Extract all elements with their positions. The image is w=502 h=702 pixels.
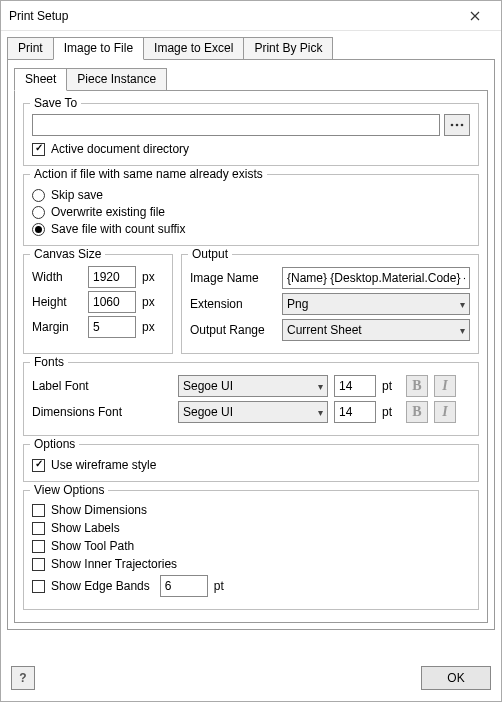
tab-print[interactable]: Print	[7, 37, 54, 60]
tabs-outer: Print Image to File Image to Excel Print…	[7, 37, 495, 59]
chevron-down-icon: ▾	[460, 325, 465, 336]
checkbox-icon	[32, 540, 45, 553]
margin-unit: px	[142, 320, 155, 334]
browse-button[interactable]	[444, 114, 470, 136]
width-input[interactable]	[88, 266, 136, 288]
label-font-value: Segoe UI	[183, 379, 233, 393]
legend-fonts: Fonts	[30, 355, 68, 369]
help-icon: ?	[19, 671, 26, 685]
wireframe-label: Use wireframe style	[51, 458, 156, 472]
show-edge-bands-checkbox[interactable]: Show Edge Bands pt	[32, 575, 470, 597]
legend-view: View Options	[30, 483, 108, 497]
tabpanel-inner: Save To Active document directory Actio	[14, 90, 488, 623]
dim-font-size[interactable]	[334, 401, 376, 423]
dim-font-combo[interactable]: Segoe UI ▾	[178, 401, 328, 423]
radio-skip-save[interactable]: Skip save	[32, 188, 470, 202]
save-path-input[interactable]	[32, 114, 440, 136]
height-input[interactable]	[88, 291, 136, 313]
checkbox-icon	[32, 580, 45, 593]
checkbox-icon	[32, 143, 45, 156]
group-output: Output Image Name Extension Png ▾	[181, 254, 479, 354]
width-unit: px	[142, 270, 155, 284]
print-setup-window: Print Setup Print Image to File Image to…	[0, 0, 502, 702]
height-unit: px	[142, 295, 155, 309]
ellipsis-icon	[449, 119, 465, 131]
label-bold-button[interactable]: B	[406, 375, 428, 397]
dim-font-unit: pt	[382, 405, 400, 419]
wireframe-checkbox[interactable]: Use wireframe style	[32, 458, 470, 472]
image-name-label: Image Name	[190, 271, 276, 285]
chevron-down-icon: ▾	[460, 299, 465, 310]
output-range-label: Output Range	[190, 323, 276, 337]
tab-image-to-file[interactable]: Image to File	[53, 37, 144, 60]
dim-bold-button[interactable]: B	[406, 401, 428, 423]
close-button[interactable]	[455, 2, 495, 30]
margin-input[interactable]	[88, 316, 136, 338]
radio-overwrite[interactable]: Overwrite existing file	[32, 205, 470, 219]
margin-label: Margin	[32, 320, 82, 334]
titlebar: Print Setup	[1, 1, 501, 31]
svg-point-0	[451, 124, 454, 127]
svg-point-2	[461, 124, 464, 127]
active-directory-checkbox[interactable]: Active document directory	[32, 142, 470, 156]
checkbox-icon	[32, 504, 45, 517]
output-range-combo[interactable]: Current Sheet ▾	[282, 319, 470, 341]
group-view-options: View Options Show Dimensions Show Labels…	[23, 490, 479, 610]
show-labels-checkbox[interactable]: Show Labels	[32, 521, 470, 535]
group-fonts: Fonts Label Font Segoe UI ▾ pt B I Dimen	[23, 362, 479, 436]
radio-icon	[32, 223, 45, 236]
legend-output: Output	[188, 247, 232, 261]
image-name-input[interactable]	[282, 267, 470, 289]
show-toolpath-checkbox[interactable]: Show Tool Path	[32, 539, 470, 553]
close-icon	[470, 11, 480, 21]
extension-combo[interactable]: Png ▾	[282, 293, 470, 315]
checkbox-icon	[32, 459, 45, 472]
label-font-size[interactable]	[334, 375, 376, 397]
chevron-down-icon: ▾	[318, 381, 323, 392]
radio-count-label: Save file with count suffix	[51, 222, 186, 236]
group-canvas-size: Canvas Size Width px Height px Marg	[23, 254, 173, 354]
svg-point-1	[456, 124, 459, 127]
show-inner-traj-label: Show Inner Trajectories	[51, 557, 177, 571]
ok-label: OK	[447, 671, 464, 685]
show-dimensions-checkbox[interactable]: Show Dimensions	[32, 503, 470, 517]
active-directory-label: Active document directory	[51, 142, 189, 156]
tab-piece-instance[interactable]: Piece Instance	[66, 68, 167, 91]
show-toolpath-label: Show Tool Path	[51, 539, 134, 553]
width-label: Width	[32, 270, 82, 284]
ok-button[interactable]: OK	[421, 666, 491, 690]
height-label: Height	[32, 295, 82, 309]
legend-save-to: Save To	[30, 96, 81, 110]
label-font-combo[interactable]: Segoe UI ▾	[178, 375, 328, 397]
dim-font-value: Segoe UI	[183, 405, 233, 419]
footer: ? OK	[1, 661, 501, 701]
extension-label: Extension	[190, 297, 276, 311]
tab-sheet[interactable]: Sheet	[14, 68, 67, 91]
extension-value: Png	[287, 297, 308, 311]
chevron-down-icon: ▾	[318, 407, 323, 418]
label-font-label: Label Font	[32, 379, 172, 393]
tabs-inner: Sheet Piece Instance	[14, 68, 488, 90]
label-italic-button[interactable]: I	[434, 375, 456, 397]
tab-print-by-pick[interactable]: Print By Pick	[243, 37, 333, 60]
label-font-unit: pt	[382, 379, 400, 393]
radio-skip-label: Skip save	[51, 188, 103, 202]
tabpanel-outer: Sheet Piece Instance Save To Active d	[7, 59, 495, 630]
dim-italic-button[interactable]: I	[434, 401, 456, 423]
help-button[interactable]: ?	[11, 666, 35, 690]
output-range-value: Current Sheet	[287, 323, 362, 337]
checkbox-icon	[32, 522, 45, 535]
show-labels-label: Show Labels	[51, 521, 120, 535]
dim-font-label: Dimensions Font	[32, 405, 172, 419]
radio-icon	[32, 206, 45, 219]
show-inner-traj-checkbox[interactable]: Show Inner Trajectories	[32, 557, 470, 571]
client-area: Print Image to File Image to Excel Print…	[1, 31, 501, 661]
checkbox-icon	[32, 558, 45, 571]
edge-bands-value[interactable]	[160, 575, 208, 597]
radio-count-suffix[interactable]: Save file with count suffix	[32, 222, 470, 236]
tab-image-to-excel[interactable]: Image to Excel	[143, 37, 244, 60]
radio-icon	[32, 189, 45, 202]
group-action: Action if file with same name already ex…	[23, 174, 479, 246]
group-save-to: Save To Active document directory	[23, 103, 479, 166]
group-options: Options Use wireframe style	[23, 444, 479, 482]
